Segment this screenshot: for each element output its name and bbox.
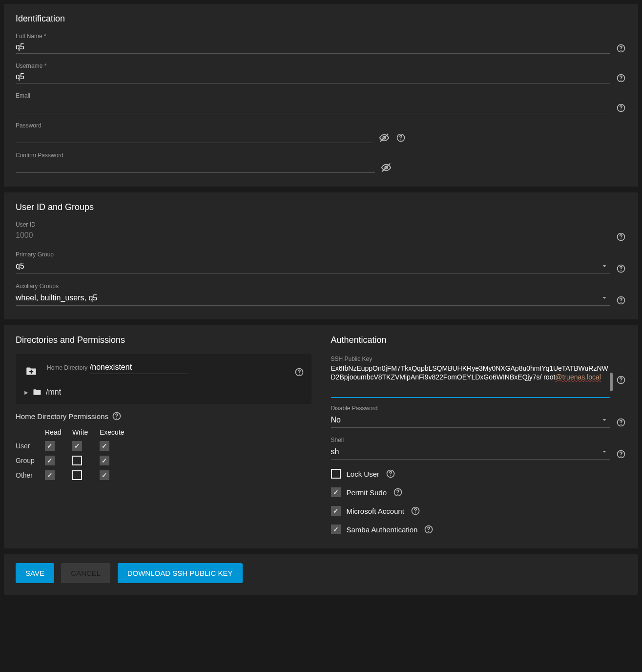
help-icon[interactable] <box>423 524 434 535</box>
full-name-label: Full Name * <box>16 33 610 40</box>
visibility-off-icon[interactable] <box>379 132 390 143</box>
password-label: Password <box>16 122 373 129</box>
chevron-down-icon <box>599 261 610 272</box>
lock-user-checkbox[interactable] <box>331 469 341 479</box>
scrollbar[interactable] <box>610 373 613 391</box>
help-icon[interactable] <box>395 132 406 143</box>
permit-sudo-checkbox[interactable] <box>331 487 341 497</box>
email-label: Email <box>16 92 610 99</box>
authentication-section: Authentication SSH Public Key Ex6IbNzEup… <box>331 335 627 535</box>
perm-row-group: Group <box>16 457 45 464</box>
help-icon[interactable] <box>616 295 626 306</box>
help-icon[interactable] <box>616 375 626 385</box>
tree-label: /mnt <box>46 388 61 397</box>
ssh-label: SSH Public Key <box>331 356 373 362</box>
group-write-checkbox[interactable] <box>72 456 82 465</box>
user-id-groups-title: User ID and Groups <box>16 202 626 212</box>
help-icon[interactable] <box>616 449 626 460</box>
disable-password-value: No <box>331 416 600 424</box>
help-icon[interactable] <box>616 231 626 242</box>
username-label: Username * <box>16 63 610 69</box>
disable-password-label: Disable Password <box>331 405 610 412</box>
full-name-input[interactable] <box>16 41 610 54</box>
perm-row-user: User <box>16 442 45 450</box>
chevron-down-icon <box>599 446 610 457</box>
expand-icon: ▶ <box>24 390 28 395</box>
group-read-checkbox[interactable] <box>45 456 55 465</box>
tree-item-mnt[interactable]: ▶ /mnt <box>24 387 305 397</box>
shell-select[interactable]: sh <box>331 444 610 460</box>
perm-header-write: Write <box>72 428 100 436</box>
user-form-panel: Identification Full Name * Username * Em… <box>4 4 638 595</box>
perm-row-other: Other <box>16 471 45 479</box>
chevron-down-icon <box>599 415 610 425</box>
help-icon[interactable] <box>616 417 626 428</box>
aux-groups-value: wheel, builtin_users, q5 <box>16 294 599 302</box>
directories-permissions-section: Directories and Permissions Home Directo… <box>16 335 311 535</box>
save-button[interactable]: SAVE <box>16 563 54 583</box>
aux-groups-select[interactable]: wheel, builtin_users, q5 <box>16 291 610 306</box>
download-ssh-key-button[interactable]: DOWNLOAD SSH PUBLIC KEY <box>118 563 243 583</box>
home-directory-box: Home Directory ▶ /mnt <box>16 354 311 404</box>
form-footer: SAVE CANCEL DOWNLOAD SSH PUBLIC KEY <box>4 554 638 595</box>
help-icon[interactable] <box>616 73 626 84</box>
perm-header-execute: Execute <box>100 428 135 436</box>
lock-user-label: Lock User <box>347 470 380 478</box>
chevron-down-icon <box>599 293 610 303</box>
home-dir-label: Home Directory <box>47 364 87 371</box>
help-icon[interactable] <box>393 487 403 498</box>
shell-value: sh <box>331 447 600 456</box>
primary-group-label: Primary Group <box>16 251 610 258</box>
help-icon[interactable] <box>111 411 122 421</box>
aux-groups-label: Auxiliary Groups <box>16 283 610 290</box>
disable-password-select[interactable]: No <box>331 413 610 428</box>
user-id-label: User ID <box>16 221 610 228</box>
group-execute-checkbox[interactable] <box>100 456 109 465</box>
samba-auth-checkbox[interactable] <box>331 525 341 534</box>
perm-header-read: Read <box>45 428 72 436</box>
primary-group-value: q5 <box>16 262 599 271</box>
confirm-password-input[interactable] <box>16 160 375 173</box>
help-icon[interactable] <box>385 468 396 479</box>
permissions-table: Read Write Execute User Group Other <box>16 428 311 480</box>
help-icon[interactable] <box>616 103 626 113</box>
user-execute-checkbox[interactable] <box>100 441 109 451</box>
identification-title: Identification <box>16 14 626 24</box>
user-id-groups-section: User ID and Groups User ID Primary Group… <box>4 192 638 325</box>
user-write-checkbox[interactable] <box>72 441 82 451</box>
home-dir-permissions-title: Home Directory Permissions <box>16 412 108 420</box>
other-execute-checkbox[interactable] <box>100 470 109 480</box>
folder-icon <box>32 387 42 397</box>
other-read-checkbox[interactable] <box>45 470 55 480</box>
directories-title: Directories and Permissions <box>16 335 311 345</box>
visibility-off-icon[interactable] <box>381 162 392 173</box>
authentication-title: Authentication <box>331 335 627 345</box>
help-icon[interactable] <box>616 43 626 54</box>
cancel-button[interactable]: CANCEL <box>61 563 110 583</box>
confirm-password-label: Confirm Password <box>16 152 375 159</box>
help-icon[interactable] <box>294 367 305 378</box>
create-folder-icon[interactable] <box>22 364 40 378</box>
identification-section: Identification Full Name * Username * Em… <box>4 4 638 192</box>
username-input[interactable] <box>16 70 610 84</box>
microsoft-account-checkbox[interactable] <box>331 506 341 516</box>
user-read-checkbox[interactable] <box>45 441 55 451</box>
permit-sudo-label: Permit Sudo <box>347 488 387 497</box>
samba-auth-label: Samba Authentication <box>347 525 418 534</box>
home-dir-input[interactable] <box>90 361 187 374</box>
ssh-public-key-textarea[interactable]: Ex6IbNzEuppOn0jFM7TkxQqpbLSQMBUHKRye3My0… <box>331 363 610 398</box>
primary-group-select[interactable]: q5 <box>16 259 610 274</box>
help-icon[interactable] <box>410 505 421 516</box>
help-icon[interactable] <box>616 263 626 274</box>
user-id-input <box>16 229 610 242</box>
other-write-checkbox[interactable] <box>72 470 82 480</box>
microsoft-account-label: Microsoft Account <box>347 507 404 515</box>
password-input[interactable] <box>16 130 373 143</box>
shell-label: Shell <box>331 437 610 443</box>
email-input[interactable] <box>16 100 610 113</box>
